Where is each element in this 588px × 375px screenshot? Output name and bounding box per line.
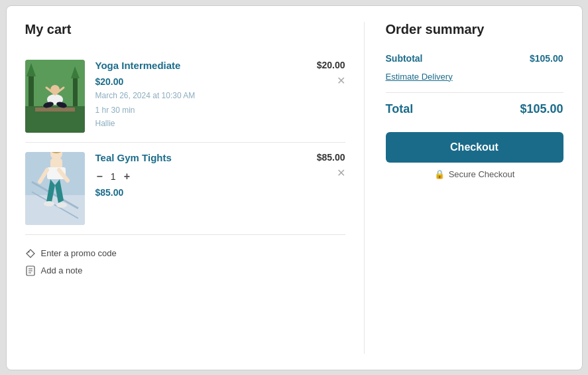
cart-card: My cart bbox=[6, 5, 583, 370]
checkout-button[interactable]: Checkout bbox=[386, 132, 563, 163]
tights-item-right: $85.00 ✕ bbox=[299, 152, 345, 179]
cart-title: My cart bbox=[25, 22, 345, 37]
svg-point-23 bbox=[44, 201, 54, 206]
cart-item-yoga: Yoga Intermediate $20.00 March 26, 2024 … bbox=[25, 50, 345, 142]
summary-divider bbox=[386, 92, 563, 93]
total-label: Total bbox=[386, 102, 414, 116]
total-value: $105.00 bbox=[520, 102, 563, 116]
total-row: Total $105.00 bbox=[386, 102, 563, 116]
promo-label: Enter a promo code bbox=[41, 248, 117, 258]
yoga-item-price: $20.00 bbox=[95, 76, 288, 87]
subtotal-label: Subtotal bbox=[386, 53, 423, 64]
promo-section: Enter a promo code Add a note bbox=[25, 248, 345, 276]
yoga-item-details: Yoga Intermediate $20.00 March 26, 2024 … bbox=[95, 60, 288, 128]
lock-icon: 🔒 bbox=[434, 169, 445, 179]
note-label: Add a note bbox=[41, 265, 83, 275]
svg-point-24 bbox=[56, 202, 67, 208]
order-summary-section: Order summary Subtotal $105.00 Estimate … bbox=[365, 22, 563, 354]
yoga-item-date: March 26, 2024 at 10:30 AM bbox=[95, 90, 288, 102]
tights-item-price: $85.00 bbox=[95, 187, 288, 198]
qty-decrease-button[interactable]: − bbox=[95, 171, 104, 182]
cart-divider bbox=[25, 234, 345, 235]
tights-item-details: Teal Gym Tights − 1 + $85.00 bbox=[95, 152, 288, 198]
yoga-item-image bbox=[25, 60, 85, 133]
qty-value: 1 bbox=[111, 171, 116, 182]
svg-rect-14 bbox=[25, 195, 85, 225]
tights-item-name: Teal Gym Tights bbox=[95, 152, 288, 163]
svg-point-25 bbox=[28, 251, 29, 252]
promo-code-button[interactable]: Enter a promo code bbox=[25, 248, 345, 259]
remove-tights-button[interactable]: ✕ bbox=[337, 168, 345, 179]
subtotal-row: Subtotal $105.00 bbox=[386, 53, 563, 64]
note-icon bbox=[25, 265, 36, 276]
cart-item-tights: Teal Gym Tights − 1 + $85.00 $85.00 ✕ bbox=[25, 142, 345, 234]
remove-yoga-button[interactable]: ✕ bbox=[337, 76, 345, 86]
secure-checkout-label: Secure Checkout bbox=[449, 169, 515, 179]
yoga-item-duration: 1 hr 30 min bbox=[95, 104, 288, 116]
cart-section: My cart bbox=[25, 22, 365, 354]
yoga-item-right: $20.00 ✕ bbox=[299, 60, 345, 86]
svg-rect-2 bbox=[29, 73, 34, 106]
add-note-button[interactable]: Add a note bbox=[25, 265, 345, 276]
yoga-price-right: $20.00 bbox=[317, 60, 345, 70]
promo-icon bbox=[25, 248, 36, 259]
yoga-item-name: Yoga Intermediate bbox=[95, 60, 288, 71]
svg-rect-6 bbox=[35, 108, 75, 112]
tights-price-right: $85.00 bbox=[317, 152, 345, 163]
svg-rect-4 bbox=[73, 76, 78, 106]
order-summary-title: Order summary bbox=[386, 22, 563, 37]
subtotal-value: $105.00 bbox=[530, 53, 563, 64]
yoga-item-instructor: Hallie bbox=[95, 119, 288, 128]
tights-item-image bbox=[25, 152, 85, 225]
quantity-control: − 1 + bbox=[95, 171, 288, 182]
estimate-delivery-link[interactable]: Estimate Delivery bbox=[386, 72, 563, 82]
qty-increase-button[interactable]: + bbox=[123, 171, 131, 182]
secure-checkout-row: 🔒 Secure Checkout bbox=[386, 169, 563, 179]
